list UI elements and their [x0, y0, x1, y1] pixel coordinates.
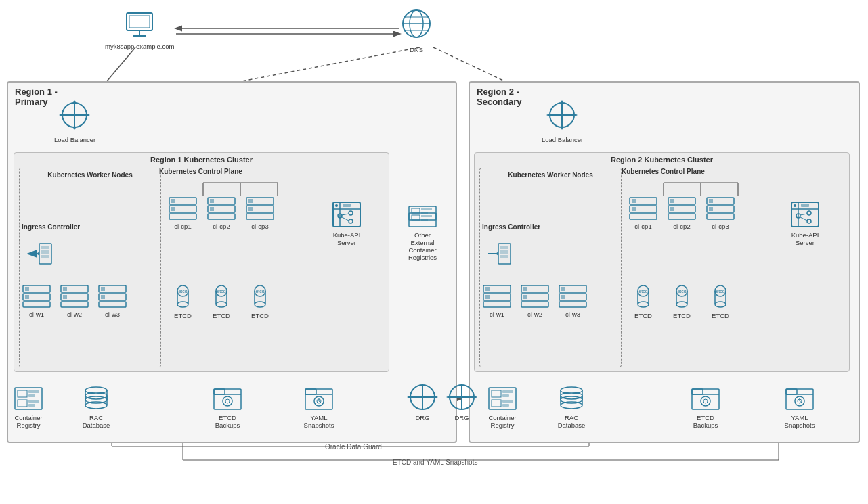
- svg-marker-221: [407, 395, 411, 399]
- region1-etcd2-label: ETCD: [213, 312, 230, 319]
- svg-point-96: [216, 302, 227, 307]
- region2-load-balancer: Load Balancer: [542, 100, 583, 143]
- svg-rect-60: [101, 295, 105, 299]
- region1-etcd1-label: ETCD: [174, 312, 192, 319]
- region1-worker1: ci-w1: [22, 284, 51, 318]
- region1-cp1-label: ci-cp1: [174, 223, 191, 230]
- region1-etcd3-label: ETCD: [251, 312, 269, 319]
- svg-rect-119: [421, 219, 428, 221]
- svg-point-109: [349, 219, 353, 223]
- svg-text:etcd: etcd: [716, 289, 724, 294]
- svg-rect-116: [421, 212, 428, 214]
- region1-cp3-label: ci-cp3: [251, 223, 268, 230]
- region2-etcd1: etcd ETCD: [628, 284, 658, 319]
- region1-etcd3: etcd ETCD: [245, 284, 275, 319]
- svg-rect-230: [502, 394, 509, 397]
- region2-cp1-label: ci-cp1: [634, 223, 651, 230]
- svg-rect-165: [709, 207, 713, 211]
- drg2: DRG: [446, 382, 478, 421]
- region2-container-registry: Container Registry: [486, 382, 519, 429]
- svg-line-191: [800, 217, 807, 221]
- svg-point-245: [703, 399, 708, 403]
- svg-marker-126: [560, 127, 564, 130]
- region2-cp2: ci-cp2: [667, 196, 697, 230]
- dns-label: DNS: [410, 46, 423, 53]
- svg-text:etcd: etcd: [178, 289, 187, 294]
- svg-marker-225: [473, 395, 477, 399]
- svg-rect-137: [483, 302, 511, 307]
- svg-rect-118: [421, 215, 432, 217]
- svg-rect-142: [521, 302, 548, 307]
- drg1-label: DRG: [415, 414, 429, 421]
- external-registries-label: Other External Container Registries: [408, 231, 437, 261]
- region2-rac-database: RAC Database: [555, 382, 588, 429]
- svg-rect-147: [559, 302, 586, 307]
- region2-w1-label: ci-w1: [490, 311, 504, 318]
- client-label: myk8sapp.example.com: [105, 43, 174, 50]
- svg-rect-80: [210, 207, 214, 211]
- svg-marker-125: [560, 100, 564, 104]
- svg-rect-163: [709, 199, 713, 203]
- svg-rect-194: [28, 390, 39, 393]
- svg-rect-65: [41, 255, 49, 258]
- region1-yaml-snapshots-label: YAML Snapshots: [304, 414, 334, 429]
- region1-etcd-backups: ETCD Backups: [211, 382, 244, 429]
- svg-point-244: [701, 396, 710, 406]
- region2-label: Region 2 - Secondary: [470, 83, 859, 111]
- svg-rect-197: [28, 400, 39, 403]
- svg-rect-51: [23, 302, 50, 307]
- region1-w3-label: ci-w3: [105, 311, 120, 318]
- svg-rect-186: [801, 204, 809, 207]
- svg-point-176: [676, 302, 687, 307]
- etcd-yaml-snapshots-label: ETCD and YAML Snapshots: [393, 459, 477, 466]
- svg-rect-153: [632, 199, 636, 203]
- svg-line-110: [342, 214, 349, 215]
- svg-rect-161: [668, 214, 695, 219]
- region1-yaml-snapshots: YAML Snapshots: [303, 382, 335, 429]
- region1-worker-nodes-label: Kubernetes Worker Nodes: [20, 168, 160, 181]
- svg-rect-232: [502, 400, 513, 403]
- svg-rect-115: [421, 208, 432, 210]
- svg-rect-166: [707, 214, 734, 219]
- svg-rect-243: [692, 389, 703, 394]
- region1-ingress-icon: [27, 242, 54, 267]
- region1-rac-db-label: RAC Database: [83, 414, 110, 429]
- svg-rect-247: [786, 389, 797, 394]
- region1-rac-database: RAC Database: [80, 382, 112, 429]
- region2-cp2-label: ci-cp2: [673, 223, 690, 230]
- svg-point-210: [225, 399, 230, 403]
- svg-rect-86: [246, 214, 274, 219]
- region2-worker2: ci-w2: [520, 284, 550, 318]
- region1-worker3: ci-w3: [97, 284, 127, 318]
- svg-rect-55: [63, 295, 67, 299]
- region2-yaml-snapshots-label: YAML Snapshots: [785, 414, 815, 429]
- diagram-container: myk8sapp.example.com DNS Region 1 - Prim…: [0, 0, 868, 504]
- region1-etcd1: etcd ETCD: [168, 284, 198, 319]
- region1-cluster-label: Region 1 Kubernetes Cluster: [14, 153, 389, 166]
- region1-worker2: ci-w2: [60, 284, 89, 318]
- svg-rect-155: [632, 207, 636, 211]
- svg-rect-78: [210, 199, 214, 203]
- region1-load-balancer: Load Balancer: [54, 100, 95, 143]
- region1-ingress-label: Ingress Controller: [22, 223, 80, 231]
- svg-rect-208: [214, 389, 225, 394]
- region2-kubeapi: Kube-API Server: [789, 200, 821, 246]
- dns-icon: DNS: [396, 7, 437, 53]
- region1-w2-label: ci-w2: [67, 311, 82, 318]
- svg-rect-156: [630, 214, 657, 219]
- svg-rect-117: [412, 215, 420, 220]
- region1-cp3: ci-cp3: [245, 196, 275, 230]
- svg-rect-129: [500, 250, 508, 254]
- region1-worker-dashed: Kubernetes Worker Nodes: [19, 168, 161, 367]
- svg-rect-75: [171, 207, 175, 211]
- svg-point-189: [807, 219, 811, 223]
- region2-ingress-label: Ingress Controller: [482, 223, 540, 231]
- svg-rect-233: [502, 404, 509, 407]
- svg-point-108: [349, 211, 353, 215]
- svg-rect-212: [305, 389, 316, 394]
- region1-cp2-label: ci-cp2: [213, 223, 230, 230]
- svg-rect-81: [208, 214, 235, 219]
- svg-rect-158: [670, 199, 674, 203]
- svg-line-190: [800, 214, 807, 215]
- svg-point-185: [794, 204, 796, 207]
